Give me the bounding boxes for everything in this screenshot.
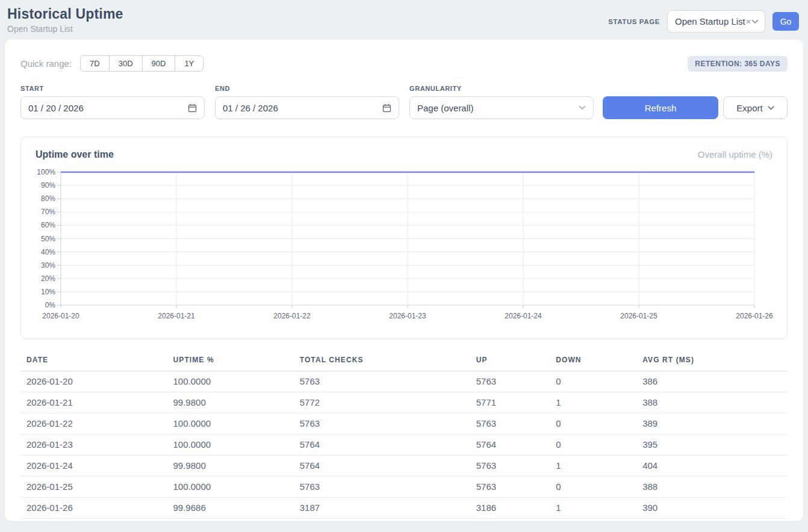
column-header: UPTIME % bbox=[173, 353, 300, 371]
table-row: 2026-01-2199.9800577257711388 bbox=[20, 392, 788, 413]
go-button[interactable]: Go bbox=[772, 12, 799, 31]
start-label: START bbox=[20, 85, 205, 92]
svg-text:90%: 90% bbox=[41, 181, 55, 190]
table-cell: 5764 bbox=[476, 435, 556, 456]
table-cell: 100.0000 bbox=[173, 413, 300, 435]
uptime-chart-card: Uptime over time Overall uptime (%) 0%10… bbox=[20, 137, 788, 339]
table-cell: 388 bbox=[642, 477, 788, 498]
granularity-label: GRANULARITY bbox=[409, 85, 594, 92]
svg-text:70%: 70% bbox=[41, 208, 55, 216]
table-cell: 2026-01-23 bbox=[20, 435, 173, 456]
granularity-field: GRANULARITY Page (overall) bbox=[409, 85, 594, 119]
end-date-field: END 01 / 26 / 2026 bbox=[215, 85, 399, 119]
uptime-table: DATEUPTIME %TOTAL CHECKSUPDOWNAVG RT (MS… bbox=[20, 353, 788, 519]
table-row: 2026-01-25100.0000576357630388 bbox=[20, 477, 788, 498]
table-cell: 5764 bbox=[300, 456, 476, 477]
column-header: TOTAL CHECKS bbox=[300, 353, 476, 371]
status-page-selected-value: Open Startup List bbox=[675, 16, 745, 26]
table-row: 2026-01-2499.9800576457631404 bbox=[20, 456, 788, 477]
end-date-value: 01 / 26 / 2026 bbox=[223, 103, 278, 113]
calendar-icon[interactable] bbox=[382, 104, 391, 113]
page-title: Historical Uptime bbox=[7, 6, 123, 22]
status-page-label: STATUS PAGE bbox=[608, 18, 660, 25]
table-cell: 404 bbox=[642, 456, 788, 477]
column-header: DOWN bbox=[556, 353, 642, 371]
table-cell: 2026-01-22 bbox=[20, 413, 173, 435]
svg-text:2026-01-20: 2026-01-20 bbox=[42, 312, 79, 320]
end-date-input[interactable]: 01 / 26 / 2026 bbox=[215, 96, 399, 119]
svg-text:60%: 60% bbox=[41, 221, 55, 229]
table-cell: 2026-01-21 bbox=[20, 392, 173, 413]
svg-text:2026-01-24: 2026-01-24 bbox=[505, 312, 542, 320]
table-cell: 0 bbox=[556, 477, 642, 498]
svg-text:10%: 10% bbox=[41, 288, 55, 296]
quick-range-button-90d[interactable]: 90D bbox=[142, 55, 176, 72]
svg-text:40%: 40% bbox=[41, 248, 55, 256]
table-cell: 389 bbox=[642, 413, 788, 435]
svg-text:2026-01-26: 2026-01-26 bbox=[736, 312, 773, 320]
table-cell: 2026-01-24 bbox=[20, 456, 173, 477]
start-date-input[interactable]: 01 / 20 / 2026 bbox=[20, 96, 205, 119]
table-cell: 3186 bbox=[476, 498, 556, 519]
table-row: 2026-01-20100.0000576357630386 bbox=[20, 371, 788, 392]
table-cell: 2026-01-25 bbox=[20, 477, 173, 498]
title-block: Historical Uptime Open Startup List bbox=[7, 6, 123, 34]
table-cell: 1 bbox=[556, 392, 642, 413]
main-panel: Quick range: 7D30D90D1Y RETENTION: 365 D… bbox=[5, 40, 803, 521]
svg-text:0%: 0% bbox=[45, 301, 56, 309]
svg-text:2026-01-21: 2026-01-21 bbox=[158, 312, 195, 320]
quick-range-row: Quick range: 7D30D90D1Y RETENTION: 365 D… bbox=[20, 55, 788, 72]
chevron-down-icon bbox=[751, 19, 759, 24]
table-cell: 2026-01-20 bbox=[20, 371, 173, 392]
column-header: AVG RT (MS) bbox=[642, 353, 788, 371]
svg-text:20%: 20% bbox=[41, 274, 55, 283]
quick-range-label: Quick range: bbox=[20, 58, 72, 69]
start-date-field: START 01 / 20 / 2026 bbox=[20, 85, 205, 119]
page-header: Historical Uptime Open Startup List STAT… bbox=[0, 0, 808, 39]
table-row: 2026-01-2699.9686318731861390 bbox=[20, 498, 788, 519]
table-cell: 5763 bbox=[476, 413, 556, 435]
table-cell: 395 bbox=[642, 435, 788, 456]
table-cell: 390 bbox=[642, 498, 788, 519]
header-controls: STATUS PAGE Open Startup List × Go bbox=[608, 10, 799, 32]
table-cell: 1 bbox=[556, 456, 642, 477]
export-button-label: Export bbox=[736, 103, 762, 113]
chart-header: Uptime over time Overall uptime (%) bbox=[36, 149, 772, 160]
export-button[interactable]: Export bbox=[723, 96, 788, 119]
table-header-row: DATEUPTIME %TOTAL CHECKSUPDOWNAVG RT (MS… bbox=[20, 353, 788, 371]
refresh-button[interactable]: Refresh bbox=[603, 96, 718, 119]
svg-text:50%: 50% bbox=[41, 235, 55, 243]
quick-range-button-7d[interactable]: 7D bbox=[80, 55, 110, 72]
filters-row: START 01 / 20 / 2026 END 01 / 26 / 2026 … bbox=[20, 85, 788, 119]
table-cell: 5764 bbox=[300, 435, 476, 456]
start-date-value: 01 / 20 / 2026 bbox=[28, 103, 84, 113]
calendar-icon[interactable] bbox=[188, 104, 197, 113]
table-row: 2026-01-22100.0000576357630389 bbox=[20, 413, 788, 435]
retention-badge: RETENTION: 365 DAYS bbox=[688, 56, 788, 72]
table-cell: 386 bbox=[642, 371, 788, 392]
svg-text:2026-01-25: 2026-01-25 bbox=[620, 312, 657, 320]
chevron-down-icon bbox=[768, 106, 774, 110]
table-cell: 100.0000 bbox=[173, 371, 300, 392]
granularity-select[interactable]: Page (overall) bbox=[409, 96, 594, 119]
table-cell: 5763 bbox=[476, 456, 556, 477]
quick-range-button-1y[interactable]: 1Y bbox=[175, 55, 204, 72]
chevron-down-icon bbox=[579, 105, 586, 110]
table-cell: 0 bbox=[556, 435, 642, 456]
table-cell: 5763 bbox=[300, 477, 476, 498]
table-cell: 99.9800 bbox=[173, 392, 300, 413]
page-subtitle: Open Startup List bbox=[7, 24, 123, 34]
table-cell: 2026-01-26 bbox=[20, 498, 173, 519]
granularity-selected-value: Page (overall) bbox=[417, 103, 473, 113]
uptime-line-chart: 0%10%20%30%40%50%60%70%80%90%100%2026-01… bbox=[36, 167, 774, 323]
table-cell: 0 bbox=[556, 371, 642, 392]
quick-range-group: 7D30D90D1Y bbox=[80, 55, 204, 72]
table-cell: 100.0000 bbox=[173, 435, 300, 456]
table-cell: 5763 bbox=[476, 371, 556, 392]
table-cell: 0 bbox=[556, 413, 642, 435]
table-cell: 5763 bbox=[300, 371, 476, 392]
clear-icon[interactable]: × bbox=[746, 16, 751, 26]
table-cell: 5771 bbox=[476, 392, 556, 413]
quick-range-button-30d[interactable]: 30D bbox=[109, 55, 143, 72]
status-page-select[interactable]: Open Startup List × bbox=[667, 10, 765, 32]
